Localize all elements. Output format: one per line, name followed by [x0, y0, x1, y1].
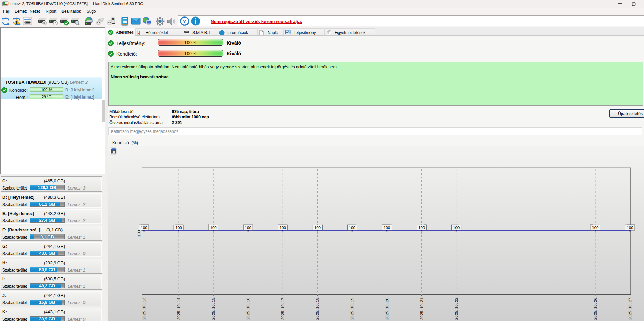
- svg-text:100: 100: [626, 226, 633, 230]
- svg-text:100: 100: [453, 226, 460, 230]
- svg-text:2025. 10. 20.: 2025. 10. 20.: [385, 297, 389, 320]
- svg-text:2025. 10. 17.: 2025. 10. 17.: [281, 297, 285, 320]
- svg-text:2025. 10. 15.: 2025. 10. 15.: [211, 297, 215, 320]
- svg-text:100: 100: [314, 226, 321, 230]
- svg-text:100: 100: [245, 226, 251, 230]
- svg-text:2025. 10. 27.: 2025. 10. 27.: [628, 297, 632, 320]
- svg-text:100: 100: [280, 226, 286, 230]
- svg-text:2025. 10. 14.: 2025. 10. 14.: [177, 297, 181, 320]
- svg-text:2025. 10. 19.: 2025. 10. 19.: [350, 297, 354, 320]
- svg-text:2025. 10. 16.: 2025. 10. 16.: [246, 297, 250, 320]
- svg-text:2025. 10. 13.: 2025. 10. 13.: [142, 297, 146, 320]
- svg-text:100: 100: [137, 230, 141, 237]
- svg-text:2025. 10. 18.: 2025. 10. 18.: [315, 297, 319, 320]
- svg-text:?: ?: [183, 18, 186, 24]
- svg-text:2025. 10. 22.: 2025. 10. 22.: [454, 297, 459, 320]
- svg-text:100: 100: [592, 226, 598, 230]
- svg-text:100: 100: [418, 226, 425, 230]
- svg-text:100: 100: [140, 226, 147, 230]
- svg-text:2025. 10. 21.: 2025. 10. 21.: [420, 297, 424, 320]
- svg-text:2025. 10. 26.: 2025. 10. 26.: [593, 297, 597, 320]
- svg-text:100: 100: [384, 226, 390, 230]
- svg-text:100: 100: [176, 226, 182, 230]
- svg-text:100: 100: [349, 226, 355, 230]
- svg-text:100: 100: [210, 226, 217, 230]
